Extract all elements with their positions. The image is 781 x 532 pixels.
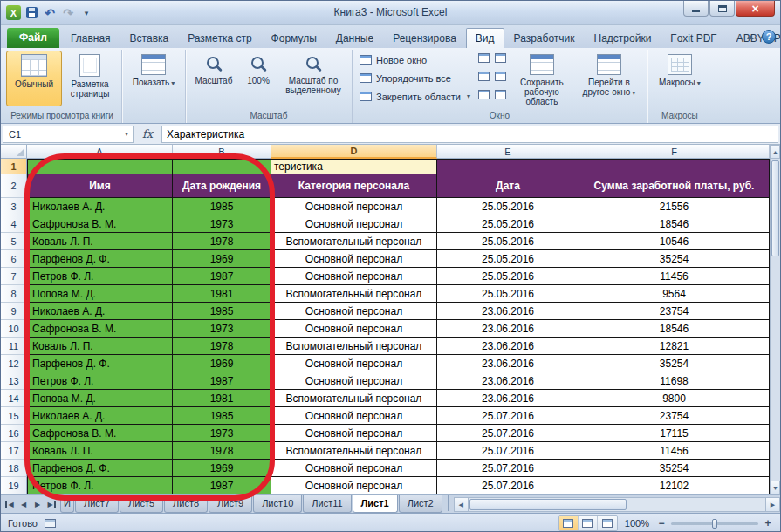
column-header-F[interactable]: F bbox=[579, 145, 770, 159]
close-button[interactable] bbox=[736, 1, 775, 17]
zoom-out-icon[interactable]: − bbox=[656, 517, 667, 529]
cell-salary[interactable]: 11456 bbox=[579, 442, 770, 460]
row-header-8[interactable]: 8 bbox=[1, 285, 27, 303]
normal-view-shortcut[interactable] bbox=[559, 516, 579, 530]
name-box-dropdown-icon[interactable] bbox=[120, 130, 133, 138]
cell-date[interactable]: 23.06.2016 bbox=[437, 338, 579, 355]
column-header-B[interactable]: B bbox=[173, 145, 271, 159]
save-button[interactable] bbox=[24, 5, 39, 21]
row-header-14[interactable]: 14 bbox=[1, 390, 27, 407]
name-box[interactable]: C1 bbox=[3, 126, 134, 143]
cell-date[interactable]: 23.06.2016 bbox=[437, 303, 579, 320]
cell-name[interactable]: Николаев А. Д. bbox=[27, 198, 173, 215]
table-header-cell[interactable]: Категория персонала bbox=[271, 174, 437, 198]
horizontal-scrollbar[interactable] bbox=[454, 496, 780, 513]
sheet-tab-Лист11[interactable]: Лист11 bbox=[303, 495, 351, 513]
cell-salary[interactable]: 18546 bbox=[579, 215, 770, 233]
macros-button[interactable]: Макросы bbox=[651, 51, 709, 106]
cell-birth-year[interactable]: 1973 bbox=[173, 425, 271, 442]
cell-A1[interactable] bbox=[27, 159, 173, 174]
cell-name[interactable]: Петров Ф. Л. bbox=[27, 268, 173, 285]
row-header-19[interactable]: 19 bbox=[1, 477, 27, 494]
cell-category[interactable]: Основной персонал bbox=[271, 372, 437, 390]
cell-salary[interactable]: 9800 bbox=[579, 390, 770, 407]
cell-category[interactable]: Основной персонал bbox=[271, 477, 437, 494]
cell-salary[interactable]: 11456 bbox=[579, 268, 770, 285]
column-header-D[interactable]: D bbox=[271, 145, 437, 159]
cell-salary[interactable]: 10546 bbox=[579, 233, 770, 250]
cell-date[interactable]: 25.05.2016 bbox=[437, 268, 579, 285]
cell-category[interactable]: Вспомогательный персонал bbox=[271, 233, 437, 250]
vertical-scrollbar[interactable] bbox=[770, 145, 780, 494]
cell-birth-year[interactable]: 1973 bbox=[173, 215, 271, 233]
arrange-all-button[interactable]: Упорядочить все bbox=[356, 69, 474, 87]
cell-name[interactable]: Сафронова В. М. bbox=[27, 215, 173, 233]
cell-salary[interactable]: 35254 bbox=[579, 355, 770, 372]
cell-name[interactable]: Коваль Л. П. bbox=[27, 442, 173, 460]
cell-date[interactable]: 25.07.2016 bbox=[437, 477, 579, 494]
scroll-right-button[interactable] bbox=[765, 497, 780, 512]
switch-window-button[interactable]: Перейти в другое окно bbox=[575, 51, 643, 106]
ribbon-tab-Рецензирова[interactable]: Рецензирова bbox=[383, 28, 466, 48]
cell-salary[interactable]: 23754 bbox=[579, 407, 770, 425]
file-tab[interactable]: Файл bbox=[7, 28, 59, 48]
cell-birth-year[interactable]: 1973 bbox=[173, 320, 271, 338]
cell-E1[interactable] bbox=[437, 159, 579, 174]
column-header-A[interactable]: A bbox=[27, 145, 173, 159]
sheet-tab-clipped[interactable]: И bbox=[60, 495, 74, 513]
sheet-tab-Лист9[interactable]: Лист9 bbox=[209, 495, 252, 513]
cell-date[interactable]: 25.05.2016 bbox=[437, 285, 579, 303]
cell-birth-year[interactable]: 1978 bbox=[173, 233, 271, 250]
cell-category[interactable]: Основной персонал bbox=[271, 198, 437, 215]
cell-name[interactable]: Парфенов Д. Ф. bbox=[27, 355, 173, 372]
cell-name[interactable]: Николаев А. Д. bbox=[27, 407, 173, 425]
cell-birth-year[interactable]: 1985 bbox=[173, 303, 271, 320]
cell-salary[interactable]: 35254 bbox=[579, 460, 770, 477]
cell-date[interactable]: 23.06.2016 bbox=[437, 320, 579, 338]
cell-birth-year[interactable]: 1981 bbox=[173, 285, 271, 303]
cell-title-overflow[interactable]: теристика bbox=[271, 159, 437, 174]
freeze-panes-button[interactable]: Закрепить области bbox=[356, 87, 474, 106]
quick-access-dropdown[interactable] bbox=[79, 5, 94, 21]
maximize-button[interactable] bbox=[709, 1, 735, 17]
cell-date[interactable]: 25.07.2016 bbox=[437, 425, 579, 442]
next-sheet-icon[interactable] bbox=[31, 496, 45, 512]
sheet-tab-Лист1[interactable]: Лист1 bbox=[353, 495, 398, 513]
cell-category[interactable]: Основной персонал bbox=[271, 355, 437, 372]
cell-name[interactable]: Петров Ф. Л. bbox=[27, 477, 173, 494]
row-header-4[interactable]: 4 bbox=[1, 215, 27, 233]
cell-category[interactable]: Вспомогательный персонал bbox=[271, 442, 437, 460]
cell-name[interactable]: Попова М. Д. bbox=[27, 390, 173, 407]
new-window-button[interactable]: Новое окно bbox=[356, 51, 474, 69]
row-header-3[interactable]: 3 bbox=[1, 198, 27, 215]
previous-sheet-icon[interactable] bbox=[17, 496, 31, 512]
cell-category[interactable]: Вспомогательный персонал bbox=[271, 285, 437, 303]
cell-category[interactable]: Основной персонал bbox=[271, 250, 437, 268]
cell-F1[interactable] bbox=[579, 159, 770, 174]
row-header-11[interactable]: 11 bbox=[1, 338, 27, 355]
cell-name[interactable]: Коваль Л. П. bbox=[27, 338, 173, 355]
minimize-button[interactable] bbox=[683, 1, 709, 17]
ribbon-tab-Разработчик[interactable]: Разработчик bbox=[504, 28, 585, 48]
cell-name[interactable]: Сафронова В. М. bbox=[27, 320, 173, 338]
collapse-ribbon-icon[interactable] bbox=[743, 31, 757, 44]
help-icon[interactable] bbox=[762, 30, 776, 44]
sync-scroll-icon[interactable] bbox=[492, 69, 509, 84]
cell-category[interactable]: Основной персонал bbox=[271, 215, 437, 233]
cell-category[interactable]: Основной персонал bbox=[271, 425, 437, 442]
row-header-1[interactable]: 1 bbox=[1, 159, 27, 174]
cell-birth-year[interactable]: 1987 bbox=[173, 268, 271, 285]
scroll-down-button[interactable] bbox=[771, 481, 780, 494]
zoom-100-button[interactable]: 100% bbox=[238, 51, 278, 106]
row-header-16[interactable]: 16 bbox=[1, 425, 27, 442]
scroll-left-button[interactable] bbox=[454, 497, 469, 512]
sheet-tab-Лист5[interactable]: Лист5 bbox=[120, 495, 163, 513]
zoom-slider-thumb[interactable] bbox=[712, 519, 717, 529]
tab-splitter[interactable] bbox=[445, 495, 452, 511]
cell-category[interactable]: Основной персонал bbox=[271, 407, 437, 425]
normal-view-button[interactable]: Обычный bbox=[6, 51, 62, 106]
cell-birth-year[interactable]: 1978 bbox=[173, 442, 271, 460]
cell-date[interactable]: 25.07.2016 bbox=[437, 407, 579, 425]
cell-name[interactable]: Сафронова В. М. bbox=[27, 425, 173, 442]
ribbon-tab-Foxit PDF[interactable]: Foxit PDF bbox=[661, 28, 726, 48]
